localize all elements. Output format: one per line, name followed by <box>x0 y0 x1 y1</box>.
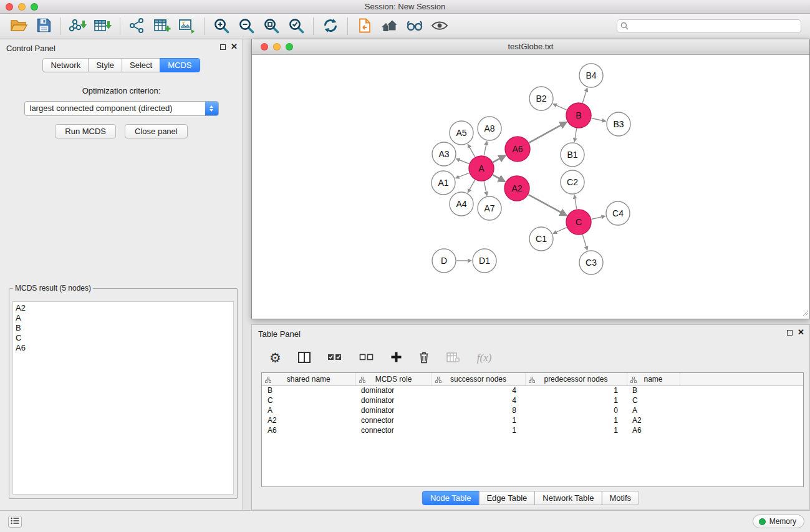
import-table-button[interactable] <box>90 16 115 37</box>
graph-edge-B-B2[interactable] <box>553 104 567 110</box>
graph-edge-A2-C[interactable] <box>528 195 566 215</box>
column-header-name[interactable]: name <box>627 373 680 385</box>
graph-node-B4[interactable]: B4 <box>579 64 603 87</box>
graph-node-A4[interactable]: A4 <box>450 192 473 216</box>
graph-node-D[interactable]: D <box>432 249 456 273</box>
graph-edge-A-A5[interactable] <box>468 144 475 157</box>
new-network-from-selection-button[interactable] <box>125 16 150 37</box>
table-row-A2[interactable]: A2connector11A2 <box>262 415 803 425</box>
graph-edge-C-C1[interactable] <box>553 228 567 234</box>
close-window-button[interactable] <box>6 3 13 11</box>
result-item[interactable]: C <box>16 333 233 343</box>
graph-edge-C-C2[interactable] <box>574 195 577 210</box>
graph-node-C[interactable]: C <box>566 210 591 235</box>
add-column-button[interactable] <box>391 352 402 364</box>
column-header-mcds-role[interactable]: MCDS role <box>355 373 432 385</box>
graph-node-A7[interactable]: A7 <box>478 196 501 220</box>
table-cell[interactable]: connector <box>355 415 432 425</box>
close-panel-icon[interactable]: ✕ <box>231 44 238 50</box>
search-input[interactable] <box>617 19 801 33</box>
graph-edge-A-A6[interactable] <box>493 155 506 162</box>
graph-node-D1[interactable]: D1 <box>473 249 496 273</box>
graph-node-A6[interactable]: A6 <box>505 137 530 162</box>
float-table-panel-icon[interactable] <box>787 330 793 336</box>
import-network-button[interactable] <box>65 16 90 37</box>
close-panel-button[interactable]: Close panel <box>125 124 188 138</box>
memory-button[interactable]: Memory <box>753 515 804 528</box>
network-window-titlebar[interactable]: testGlobe.txt <box>252 39 809 55</box>
table-cell[interactable]: 4 <box>432 385 525 395</box>
graph-node-C1[interactable]: C1 <box>529 227 553 251</box>
graph-node-A8[interactable]: A8 <box>478 117 501 140</box>
network-zoom-button[interactable] <box>286 43 293 51</box>
network-document-button[interactable] <box>352 16 377 37</box>
graph-node-A2[interactable]: A2 <box>504 176 529 201</box>
float-panel-icon[interactable] <box>220 44 226 50</box>
table-cell[interactable]: 1 <box>525 385 627 395</box>
network-canvas[interactable]: B4B2BB3A8A5A6A3B1AA1C2A2A4A7C4CC1C3DD1 <box>252 55 809 319</box>
graph-edge-B-B1[interactable] <box>574 128 576 142</box>
table-cell[interactable]: A <box>627 405 680 415</box>
table-tab-edge-table[interactable]: Edge Table <box>478 491 535 505</box>
table-tab-motifs[interactable]: Motifs <box>601 491 639 505</box>
column-header-predecessor-nodes[interactable]: predecessor nodes <box>525 373 627 385</box>
table-row-B[interactable]: Bdominator41B <box>262 385 803 395</box>
graph-node-A[interactable]: A <box>469 156 494 181</box>
graph-node-B2[interactable]: B2 <box>529 87 553 110</box>
graph-node-C3[interactable]: C3 <box>579 251 603 274</box>
network-minimize-button[interactable] <box>273 43 281 51</box>
table-cell[interactable]: 1 <box>525 395 627 405</box>
graph-node-B[interactable]: B <box>566 103 591 128</box>
graph-edge-A-A8[interactable] <box>484 142 487 156</box>
zoom-fit-button[interactable] <box>259 16 284 37</box>
table-cell[interactable]: 4 <box>432 395 525 405</box>
toggle-detail-button[interactable] <box>402 16 427 37</box>
table-row-C[interactable]: Cdominator41C <box>262 395 803 405</box>
show-columns-button[interactable] <box>298 352 311 365</box>
graph-edge-A6-B[interactable] <box>529 122 566 143</box>
result-item[interactable]: B <box>16 323 233 333</box>
table-settings-button[interactable]: ⚙ <box>269 352 281 364</box>
graph-edge-C-C4[interactable] <box>591 216 605 220</box>
delete-column-button[interactable] <box>418 351 430 365</box>
home-view-button[interactable] <box>377 16 402 37</box>
graph-edge-A-A2[interactable] <box>493 175 505 181</box>
graph-node-C2[interactable]: C2 <box>561 170 584 194</box>
column-header-successor-nodes[interactable]: successor nodes <box>432 373 525 385</box>
graph-edge-C-C3[interactable] <box>582 235 587 250</box>
run-mcds-button[interactable]: Run MCDS <box>55 124 116 138</box>
resize-grip-icon[interactable] <box>801 309 809 318</box>
graph-node-B3[interactable]: B3 <box>607 112 630 136</box>
column-header-shared-name[interactable]: shared name <box>262 373 355 385</box>
table-cell[interactable]: dominator <box>355 395 432 405</box>
criterion-dropdown[interactable]: largest connected component (directed) <box>24 101 219 116</box>
deselect-all-button[interactable] <box>359 353 374 364</box>
table-row-A[interactable]: Adominator80A <box>262 405 803 415</box>
table-cell[interactable]: B <box>627 385 680 395</box>
table-cell[interactable]: connector <box>355 425 432 435</box>
graph-node-C4[interactable]: C4 <box>606 201 630 225</box>
node-table-container[interactable]: shared nameMCDS rolesuccessor nodesprede… <box>261 372 804 487</box>
table-cell[interactable]: 0 <box>525 405 627 415</box>
table-cell[interactable]: C <box>627 395 680 405</box>
export-image-button[interactable] <box>175 16 200 37</box>
table-cell[interactable]: 1 <box>432 425 525 435</box>
tab-mcds[interactable]: MCDS <box>160 58 200 72</box>
table-cell[interactable]: 8 <box>432 405 525 415</box>
tab-select[interactable]: Select <box>122 58 160 72</box>
mcds-result-list[interactable]: A2ABCA6 <box>12 301 234 495</box>
result-item[interactable]: A2 <box>16 303 233 313</box>
tab-network[interactable]: Network <box>42 58 89 72</box>
show-graphics-button[interactable] <box>427 16 452 37</box>
table-cell[interactable]: 1 <box>525 415 627 425</box>
graph-edge-A-A4[interactable] <box>468 180 475 192</box>
zoom-window-button[interactable] <box>31 3 38 11</box>
table-cell[interactable]: 1 <box>432 415 525 425</box>
graph-edge-A-A3[interactable] <box>456 159 470 164</box>
table-cell[interactable]: dominator <box>355 385 432 395</box>
ui-settings-button[interactable] <box>8 516 22 528</box>
graph-edge-B-B3[interactable] <box>592 118 606 121</box>
zoom-out-button[interactable] <box>234 16 259 37</box>
table-cell[interactable]: 1 <box>525 425 627 435</box>
table-cell[interactable]: A6 <box>262 425 355 435</box>
